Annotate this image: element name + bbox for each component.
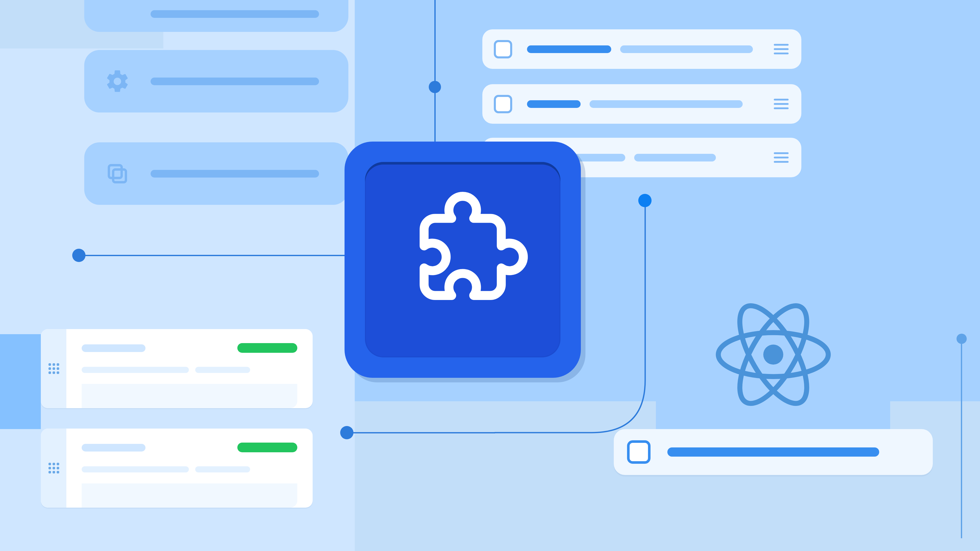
- card-footer: [82, 384, 298, 408]
- placeholder-line: [620, 45, 753, 53]
- bg-panel: [0, 334, 41, 429]
- option-card: [84, 142, 348, 205]
- plugin-tile-inner: [365, 162, 560, 357]
- status-badge: [237, 443, 298, 452]
- gear-icon: [105, 68, 130, 94]
- connector-node: [956, 333, 967, 344]
- placeholder-line: [82, 367, 189, 373]
- grid-drag-icon: [48, 463, 59, 473]
- drag-handle-icon: [774, 44, 789, 55]
- option-card: [84, 50, 348, 113]
- connector-line: [352, 432, 495, 433]
- connector-node: [638, 194, 652, 207]
- puzzle-icon: [394, 191, 531, 329]
- status-card: [41, 429, 313, 508]
- connector-line: [434, 0, 436, 141]
- placeholder-line: [151, 10, 319, 18]
- drag-handle-icon: [774, 99, 789, 110]
- card-side: [41, 429, 66, 508]
- checkbox-icon: [494, 40, 512, 59]
- placeholder-line: [82, 466, 189, 472]
- plugin-tile: [345, 141, 581, 378]
- connector-node: [72, 249, 86, 262]
- react-icon: [713, 295, 833, 414]
- placeholder-line: [667, 448, 879, 457]
- placeholder-line: [82, 444, 145, 451]
- drag-handle-icon: [774, 152, 789, 163]
- svg-point-2: [763, 345, 783, 365]
- placeholder-line: [634, 154, 716, 162]
- list-row: [482, 84, 801, 124]
- connector-node: [340, 426, 353, 439]
- layers-icon: [105, 161, 130, 186]
- grid-drag-icon: [48, 363, 59, 374]
- card-side: [41, 329, 66, 408]
- svg-rect-0: [109, 165, 122, 178]
- option-card: [84, 0, 348, 32]
- placeholder-line: [151, 78, 319, 85]
- placeholder-line: [82, 345, 145, 352]
- placeholder-line: [590, 100, 743, 108]
- card-footer: [82, 483, 298, 508]
- list-row: [482, 29, 801, 69]
- placeholder-line: [195, 367, 250, 373]
- placeholder-line: [527, 45, 611, 53]
- placeholder-line: [527, 100, 581, 108]
- connector-line: [85, 255, 345, 256]
- connector-line: [961, 342, 962, 538]
- status-card: [41, 329, 313, 408]
- checkbox-icon: [627, 440, 651, 464]
- connector-node: [429, 81, 441, 93]
- placeholder-line: [151, 170, 319, 178]
- svg-rect-1: [113, 169, 126, 182]
- status-badge: [237, 343, 298, 353]
- checkbox-icon: [494, 95, 512, 113]
- list-row: [614, 429, 933, 475]
- placeholder-line: [574, 154, 625, 162]
- placeholder-line: [195, 466, 250, 472]
